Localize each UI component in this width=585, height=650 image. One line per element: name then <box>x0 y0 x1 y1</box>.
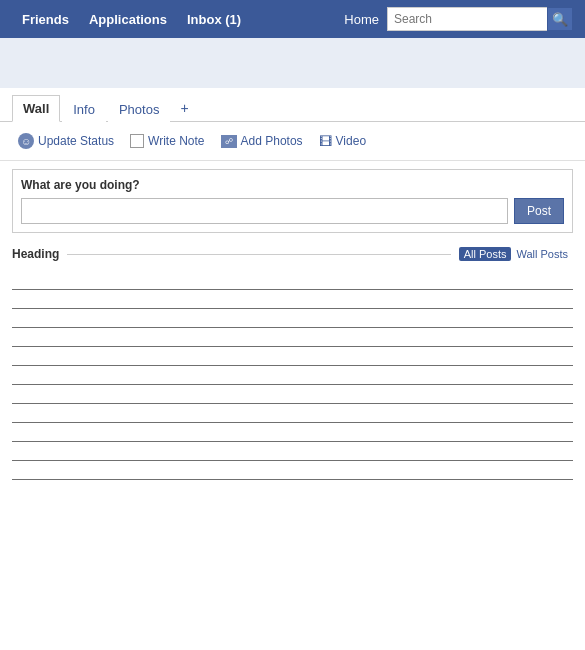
nav-applications[interactable]: Applications <box>79 12 177 27</box>
search-button[interactable]: 🔍 <box>547 7 573 31</box>
filter-wall-posts[interactable]: Wall Posts <box>511 247 573 261</box>
filter-all-posts[interactable]: All Posts <box>459 247 512 261</box>
tab-wall[interactable]: Wall <box>12 95 60 122</box>
action-row: ☺ Update Status Write Note ☍ Add Photos … <box>0 122 585 161</box>
tab-add[interactable]: + <box>172 95 196 121</box>
tab-info[interactable]: Info <box>62 96 106 122</box>
write-note-label: Write Note <box>148 134 204 148</box>
status-input-row: Post <box>21 198 564 224</box>
navbar: Friends Applications Inbox (1) Home 🔍 <box>0 0 585 38</box>
nav-friends[interactable]: Friends <box>12 12 79 27</box>
add-photos-label: Add Photos <box>241 134 303 148</box>
status-label: What are you doing? <box>21 178 564 192</box>
video-label: Video <box>336 134 366 148</box>
content-line <box>12 327 573 328</box>
post-button[interactable]: Post <box>514 198 564 224</box>
update-status-label: Update Status <box>38 134 114 148</box>
content-line <box>12 460 573 461</box>
photo-icon: ☍ <box>221 135 237 148</box>
content-line <box>12 346 573 347</box>
search-container: 🔍 <box>387 7 573 31</box>
write-note-button[interactable]: Write Note <box>124 131 210 151</box>
content-line <box>12 403 573 404</box>
content-line <box>12 289 573 290</box>
content-line <box>12 422 573 423</box>
feed-heading: Heading <box>12 247 59 261</box>
profile-area <box>0 38 585 88</box>
person-icon: ☺ <box>18 133 34 149</box>
video-icon: 🎞 <box>319 134 332 149</box>
content-line <box>12 384 573 385</box>
status-text-input[interactable] <box>21 198 508 224</box>
add-photos-button[interactable]: ☍ Add Photos <box>215 131 309 151</box>
status-box: What are you doing? Post <box>12 169 573 233</box>
content-line <box>12 441 573 442</box>
nav-inbox[interactable]: Inbox (1) <box>177 12 251 27</box>
tabs-row: Wall Info Photos + <box>0 88 585 122</box>
feed-heading-row: Heading All Posts Wall Posts <box>0 241 585 267</box>
search-input[interactable] <box>387 7 547 31</box>
checkbox-icon <box>130 134 144 148</box>
content-line <box>12 308 573 309</box>
tab-photos[interactable]: Photos <box>108 96 170 122</box>
update-status-button[interactable]: ☺ Update Status <box>12 130 120 152</box>
search-icon: 🔍 <box>552 12 568 27</box>
content-line <box>12 365 573 366</box>
content-line <box>12 479 573 480</box>
feed-divider <box>67 254 450 255</box>
content-lines <box>0 267 585 502</box>
nav-home[interactable]: Home <box>344 12 379 27</box>
video-button[interactable]: 🎞 Video <box>313 131 372 152</box>
